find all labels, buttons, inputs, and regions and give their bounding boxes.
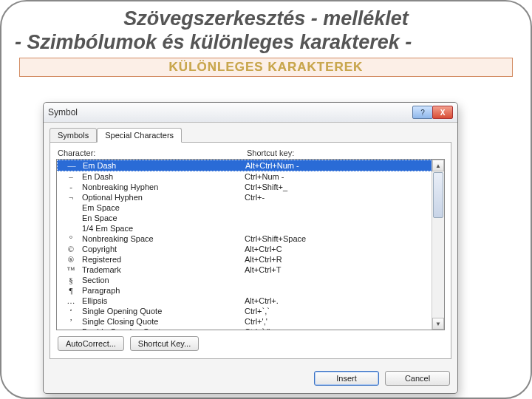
- list-item-shortcut: Alt+Ctrl+R: [245, 254, 429, 265]
- list-item-name: Double Opening Quote: [82, 327, 245, 330]
- list-item-shortcut: Alt+Ctrl+Num -: [245, 160, 429, 171]
- list-item-name: Single Opening Quote: [82, 306, 245, 316]
- list-item[interactable]: °Nonbreaking SpaceCtrl+Shift+Space: [57, 233, 432, 244]
- list-item-name: En Space: [82, 213, 245, 223]
- list-scrollbar[interactable]: ▲ ▼: [432, 160, 444, 330]
- tab-panel: Character: Shortcut key: —Em DashAlt+Ctr…: [50, 142, 451, 359]
- list-item[interactable]: ‘Single Opening QuoteCtrl+`,`: [57, 306, 432, 316]
- list-item[interactable]: ™TrademarkAlt+Ctrl+T: [57, 265, 432, 275]
- list-item-shortcut: Alt+Ctrl+.: [245, 296, 429, 306]
- list-item-char: -: [60, 182, 82, 192]
- list-item-char: ¬: [60, 192, 82, 202]
- close-button[interactable]: X: [432, 106, 453, 119]
- list-item-shortcut: Alt+Ctrl+T: [245, 265, 429, 275]
- list-item[interactable]: ’Single Closing QuoteCtrl+',': [57, 316, 432, 327]
- list-item[interactable]: §Section: [57, 275, 432, 285]
- slide-title-line2: - Szimbólumok és különleges karakterek -: [15, 31, 517, 55]
- list-item-name: 1/4 Em Space: [82, 223, 245, 233]
- list-item[interactable]: ®RegisteredAlt+Ctrl+R: [57, 254, 432, 265]
- column-header-shortcut: Shortcut key:: [247, 149, 445, 157]
- list-item-name: Copyright: [82, 244, 245, 254]
- list-item[interactable]: ©CopyrightAlt+Ctrl+C: [57, 244, 432, 254]
- list-item[interactable]: ¶Paragraph: [57, 285, 432, 296]
- cancel-button[interactable]: Cancel: [385, 371, 450, 386]
- list-item-char: —: [61, 160, 83, 171]
- scroll-up-arrow[interactable]: ▲: [432, 160, 444, 171]
- list-item-char: ‘: [60, 306, 82, 316]
- symbol-dialog: Symbol ? X Symbols Special Characters Ch…: [43, 102, 458, 394]
- list-item-char: °: [60, 233, 82, 244]
- list-item-name: Paragraph: [82, 285, 245, 296]
- help-button[interactable]: ?: [412, 106, 433, 119]
- list-item-shortcut: Ctrl+Shift+Space: [245, 233, 429, 244]
- window-controls: ? X: [413, 106, 453, 119]
- list-item[interactable]: En Space: [57, 213, 432, 223]
- list-item-shortcut: Ctrl+',': [245, 316, 429, 327]
- list-item-char: ®: [60, 254, 82, 265]
- list-item-name: Ellipsis: [82, 296, 245, 306]
- section-banner-text: KÜLÖNLEGES KARAKTEREK: [169, 60, 364, 74]
- list-item-name: Em Space: [82, 202, 245, 213]
- slide-frame: Szövegszerkesztés - melléklet - Szimbólu…: [0, 0, 532, 399]
- list-item[interactable]: ¬Optional HyphenCtrl+-: [57, 192, 432, 202]
- character-list[interactable]: —Em DashAlt+Ctrl+Num -–En DashCtrl+Num -…: [56, 159, 445, 330]
- list-item-char: –: [60, 171, 82, 182]
- list-item-char: ©: [60, 244, 82, 254]
- list-item-name: En Dash: [82, 171, 245, 182]
- autocorrect-button[interactable]: AutoCorrect...: [58, 336, 124, 351]
- list-item-char: §: [60, 275, 82, 285]
- scroll-down-arrow[interactable]: ▼: [432, 318, 444, 330]
- list-item[interactable]: “Double Opening QuoteCtrl+`,": [57, 327, 432, 330]
- list-item-char: ¶: [60, 285, 82, 296]
- shortcut-key-button[interactable]: Shortcut Key...: [130, 336, 199, 351]
- list-item-shortcut: Alt+Ctrl+C: [245, 244, 429, 254]
- list-item[interactable]: Em Space: [57, 202, 432, 213]
- tab-symbols[interactable]: Symbols: [50, 128, 97, 143]
- list-item[interactable]: -Nonbreaking HyphenCtrl+Shift+_: [57, 182, 432, 192]
- list-item-char: …: [60, 296, 82, 306]
- list-item-shortcut: Ctrl+`,": [245, 327, 429, 330]
- column-headers: Character: Shortcut key:: [56, 149, 445, 159]
- list-item[interactable]: —Em DashAlt+Ctrl+Num -: [57, 160, 432, 171]
- list-item-shortcut: Ctrl+Shift+_: [245, 182, 429, 192]
- list-item-name: Nonbreaking Hyphen: [82, 182, 245, 192]
- tab-special-characters[interactable]: Special Characters: [97, 128, 182, 143]
- list-item[interactable]: …EllipsisAlt+Ctrl+.: [57, 296, 432, 306]
- list-item-name: Trademark: [82, 265, 245, 275]
- list-item-shortcut: Ctrl+Num -: [245, 171, 429, 182]
- list-item-shortcut: Ctrl+-: [245, 192, 429, 202]
- list-item-char: ’: [60, 316, 82, 327]
- dialog-titlebar[interactable]: Symbol ? X: [44, 103, 457, 123]
- insert-button[interactable]: Insert: [314, 371, 379, 386]
- panel-button-bar: AutoCorrect... Shortcut Key...: [56, 330, 445, 352]
- list-item[interactable]: 1/4 Em Space: [57, 223, 432, 233]
- list-item[interactable]: –En DashCtrl+Num -: [57, 171, 432, 182]
- list-item-name: Single Closing Quote: [82, 316, 245, 327]
- column-header-character: Character:: [58, 149, 247, 157]
- dialog-footer: Insert Cancel: [44, 365, 457, 393]
- slide-title-line1: Szövegszerkesztés - melléklet: [15, 7, 517, 31]
- list-item-name: Em Dash: [83, 160, 245, 171]
- list-item-name: Nonbreaking Space: [82, 233, 245, 244]
- scroll-thumb[interactable]: [433, 172, 443, 218]
- list-item-char: “: [60, 327, 82, 330]
- list-item-name: Section: [82, 275, 245, 285]
- list-item-char: ™: [60, 265, 82, 275]
- list-item-name: Optional Hyphen: [82, 192, 245, 202]
- list-item-name: Registered: [82, 254, 245, 265]
- section-banner: KÜLÖNLEGES KARAKTEREK: [19, 58, 513, 77]
- dialog-title: Symbol: [48, 107, 78, 117]
- list-item-shortcut: Ctrl+`,`: [245, 306, 429, 316]
- tab-strip: Symbols Special Characters: [44, 123, 457, 142]
